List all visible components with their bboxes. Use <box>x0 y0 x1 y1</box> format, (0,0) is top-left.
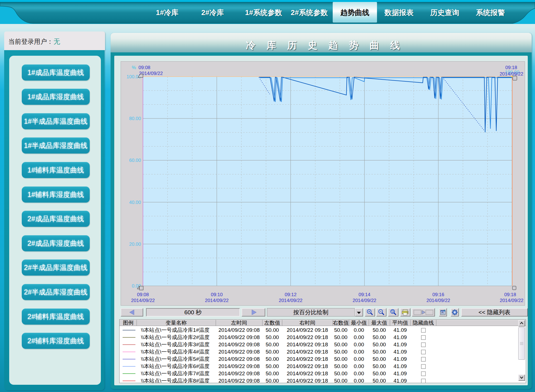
svg-text:2014/09/22 09:18: 2014/09/22 09:18 <box>287 378 328 383</box>
svg-text:0.00: 0.00 <box>354 356 364 362</box>
svg-text:50.00: 50.00 <box>373 334 386 340</box>
svg-text:\\本站点\一号成品冷库2#温度: \\本站点\一号成品冷库2#温度 <box>141 334 210 340</box>
svg-text:50.00: 50.00 <box>266 349 279 355</box>
svg-text:41.09: 41.09 <box>393 356 407 362</box>
svg-text:0.00: 0.00 <box>354 334 364 340</box>
svg-text:0.00: 0.00 <box>354 378 364 383</box>
svg-text:0.00: 0.00 <box>354 342 364 347</box>
svg-text:\\本站点\一号成品冷库8#温度: \\本站点\一号成品冷库8#温度 <box>141 378 210 383</box>
svg-text:2014/09/22 09:08: 2014/09/22 09:08 <box>218 327 260 333</box>
svg-text:09:10: 09:10 <box>211 292 223 297</box>
svg-text:2014/09/22 09:08: 2014/09/22 09:08 <box>218 349 260 355</box>
svg-text:2014/09/22 09:08: 2014/09/22 09:08 <box>218 334 260 340</box>
svg-text:09:18: 09:18 <box>504 292 516 297</box>
svg-text:50.00: 50.00 <box>334 349 347 355</box>
svg-text:\\本站点\一号成品冷库4#温度: \\本站点\一号成品冷库4#温度 <box>141 349 210 355</box>
svg-text:50.00: 50.00 <box>373 342 386 347</box>
svg-text:2014/09/22 09:08: 2014/09/22 09:08 <box>218 378 260 383</box>
svg-text:09:14: 09:14 <box>359 292 371 297</box>
svg-text:50.00: 50.00 <box>373 371 386 376</box>
svg-text:50.00: 50.00 <box>266 378 279 383</box>
svg-text:41.09: 41.09 <box>393 363 407 369</box>
svg-text:2014/09/22 09:18: 2014/09/22 09:18 <box>287 342 328 347</box>
svg-text:2014/09/22 09:08: 2014/09/22 09:08 <box>218 356 260 362</box>
svg-text:41.09: 41.09 <box>393 342 407 347</box>
svg-text:2014/09/22: 2014/09/22 <box>352 298 376 303</box>
svg-text:2014/09/22: 2014/09/22 <box>426 298 450 303</box>
svg-text:09:08: 09:08 <box>137 292 149 297</box>
svg-text:50.00: 50.00 <box>334 371 347 376</box>
svg-text:0.00: 0.00 <box>354 349 364 355</box>
svg-text:2014/09/22: 2014/09/22 <box>279 298 302 303</box>
svg-text:50.00: 50.00 <box>334 356 347 362</box>
svg-text:2014/09/22 09:08: 2014/09/22 09:08 <box>218 342 260 347</box>
svg-text:2014/09/22 09:18: 2014/09/22 09:18 <box>287 334 328 340</box>
svg-text:60.00: 60.00 <box>129 158 141 163</box>
svg-text:2014/09/22 09:08: 2014/09/22 09:08 <box>218 371 260 376</box>
svg-text:\\本站点\一号成品冷库5#温度: \\本站点\一号成品冷库5#温度 <box>141 356 210 362</box>
svg-text:41.09: 41.09 <box>393 378 407 383</box>
svg-text:平均值: 平均值 <box>392 320 408 326</box>
svg-text:41.09: 41.09 <box>393 349 407 355</box>
svg-text:2014/09/22: 2014/09/22 <box>500 298 523 303</box>
svg-text:50.00: 50.00 <box>373 327 386 333</box>
svg-text:2014/09/22 09:18: 2014/09/22 09:18 <box>287 327 328 333</box>
svg-text:09:08: 09:08 <box>138 65 150 70</box>
svg-text:最大值: 最大值 <box>371 320 387 326</box>
svg-text:左数值: 左数值 <box>264 320 280 326</box>
svg-text:0.00: 0.00 <box>354 327 364 333</box>
svg-text:50.00: 50.00 <box>373 363 386 369</box>
svg-text:右数值: 右数值 <box>333 320 349 326</box>
svg-text:50.00: 50.00 <box>334 327 347 333</box>
svg-text:0.00: 0.00 <box>354 363 364 369</box>
svg-text:20.00: 20.00 <box>129 242 141 247</box>
svg-text:50.00: 50.00 <box>266 327 279 333</box>
svg-text:50.00: 50.00 <box>266 356 279 362</box>
svg-text:09:16: 09:16 <box>432 292 444 297</box>
svg-text:变量名称: 变量名称 <box>166 320 187 326</box>
svg-text:\\本站点\一号成品冷库1#温度: \\本站点\一号成品冷库1#温度 <box>141 327 210 333</box>
svg-text:09:12: 09:12 <box>285 292 297 297</box>
svg-text:2014/09/22 09:18: 2014/09/22 09:18 <box>287 363 328 369</box>
svg-text:50.00: 50.00 <box>373 356 386 362</box>
svg-text:50.00: 50.00 <box>373 349 386 355</box>
svg-text:图例: 图例 <box>123 320 133 326</box>
svg-text:50.00: 50.00 <box>334 378 347 383</box>
svg-text:50.00: 50.00 <box>266 371 279 376</box>
svg-text:0.00: 0.00 <box>354 371 364 376</box>
svg-text:最小值: 最小值 <box>351 320 367 326</box>
svg-text:50.00: 50.00 <box>266 342 279 347</box>
svg-text:2014/09/22 09:08: 2014/09/22 09:08 <box>218 363 260 369</box>
svg-text:%: % <box>132 65 136 70</box>
svg-text:50.00: 50.00 <box>334 334 347 340</box>
svg-text:\\本站点\一号成品冷库7#温度: \\本站点\一号成品冷库7#温度 <box>141 371 210 376</box>
svg-text:2014/09/22: 2014/09/22 <box>205 298 228 303</box>
svg-text:2014/09/22: 2014/09/22 <box>131 298 155 303</box>
svg-text:41.09: 41.09 <box>393 334 407 340</box>
svg-text:隐藏曲线: 隐藏曲线 <box>413 320 434 326</box>
svg-text:50.00: 50.00 <box>373 378 386 383</box>
svg-text:\\本站点\一号成品冷库3#温度: \\本站点\一号成品冷库3#温度 <box>141 342 210 347</box>
svg-text:40.00: 40.00 <box>129 200 141 205</box>
svg-text:\\本站点\一号成品冷库6#温度: \\本站点\一号成品冷库6#温度 <box>141 363 210 369</box>
svg-text:2014/09/22 09:18: 2014/09/22 09:18 <box>287 349 328 355</box>
svg-text:80.00: 80.00 <box>129 116 141 121</box>
svg-text:右时间: 右时间 <box>300 320 315 326</box>
svg-text:2014/09/22 09:18: 2014/09/22 09:18 <box>287 356 328 362</box>
svg-text:50.00: 50.00 <box>334 342 347 347</box>
svg-text:50.00: 50.00 <box>334 363 347 369</box>
svg-text:左时间: 左时间 <box>231 320 247 326</box>
svg-text:50.00: 50.00 <box>266 363 279 369</box>
svg-text:41.09: 41.09 <box>393 327 407 333</box>
svg-text:50.00: 50.00 <box>266 334 279 340</box>
svg-text:41.09: 41.09 <box>393 371 407 376</box>
svg-text:2014/09/22 09:18: 2014/09/22 09:18 <box>287 371 328 376</box>
